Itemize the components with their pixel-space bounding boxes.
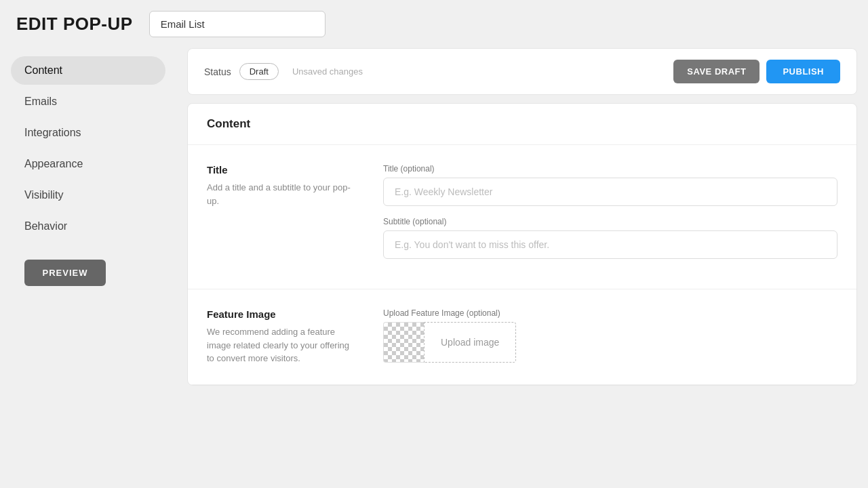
page-title: EDIT POP-UP	[16, 14, 133, 35]
subtitle-field-label: Subtitle (optional)	[383, 217, 837, 226]
subtitle-input[interactable]	[383, 230, 837, 259]
sidebar: Content Emails Integrations Appearance V…	[0, 48, 176, 488]
title-section-desc: Add a title and a subtitle to your pop-u…	[207, 181, 356, 207]
status-label: Status	[204, 66, 231, 77]
upload-field-label: Upload Feature Image (optional)	[383, 308, 837, 318]
title-field-label: Title (optional)	[383, 164, 837, 174]
content-card-header: Content	[188, 104, 856, 145]
image-preview-checkerboard	[383, 322, 424, 363]
sidebar-item-emails[interactable]: Emails	[11, 87, 165, 116]
preview-button[interactable]: PREVIEW	[24, 260, 106, 286]
sidebar-item-integrations[interactable]: Integrations	[11, 119, 165, 147]
feature-image-section: Feature Image We recommend adding a feat…	[188, 289, 856, 385]
feature-image-desc: We recommend adding a feature image rela…	[207, 325, 356, 365]
status-bar: Status Draft Unsaved changes SAVE DRAFT …	[187, 48, 857, 95]
feature-image-section-right: Upload Feature Image (optional) Upload i…	[383, 308, 837, 365]
title-input[interactable]	[383, 178, 837, 206]
publish-button[interactable]: PUBLISH	[766, 60, 840, 83]
upload-button-text: Upload image	[441, 337, 499, 348]
popup-name-input[interactable]	[149, 11, 326, 37]
sidebar-item-content[interactable]: Content	[11, 56, 165, 85]
upload-button[interactable]: Upload image	[424, 322, 516, 363]
sidebar-item-appearance[interactable]: Appearance	[11, 150, 165, 178]
content-area: Status Draft Unsaved changes SAVE DRAFT …	[176, 48, 868, 488]
content-card: Content Title Add a title and a subtitle…	[187, 103, 857, 386]
save-draft-button[interactable]: SAVE DRAFT	[673, 60, 760, 83]
unsaved-changes-text: Unsaved changes	[292, 66, 363, 77]
feature-image-title: Feature Image	[207, 308, 356, 320]
title-section-left: Title Add a title and a subtitle to your…	[207, 164, 356, 270]
main-layout: Content Emails Integrations Appearance V…	[0, 48, 868, 488]
upload-area: Upload image	[383, 322, 837, 363]
feature-image-section-left: Feature Image We recommend adding a feat…	[207, 308, 356, 365]
title-section-right: Title (optional) Subtitle (optional)	[383, 164, 837, 270]
title-section: Title Add a title and a subtitle to your…	[188, 145, 856, 289]
header-actions: SAVE DRAFT PUBLISH	[673, 60, 840, 83]
title-section-title: Title	[207, 164, 356, 176]
status-badge: Draft	[239, 63, 279, 80]
sidebar-item-visibility[interactable]: Visibility	[11, 181, 165, 209]
top-header: EDIT POP-UP	[0, 0, 868, 48]
sidebar-item-behavior[interactable]: Behavior	[11, 212, 165, 241]
